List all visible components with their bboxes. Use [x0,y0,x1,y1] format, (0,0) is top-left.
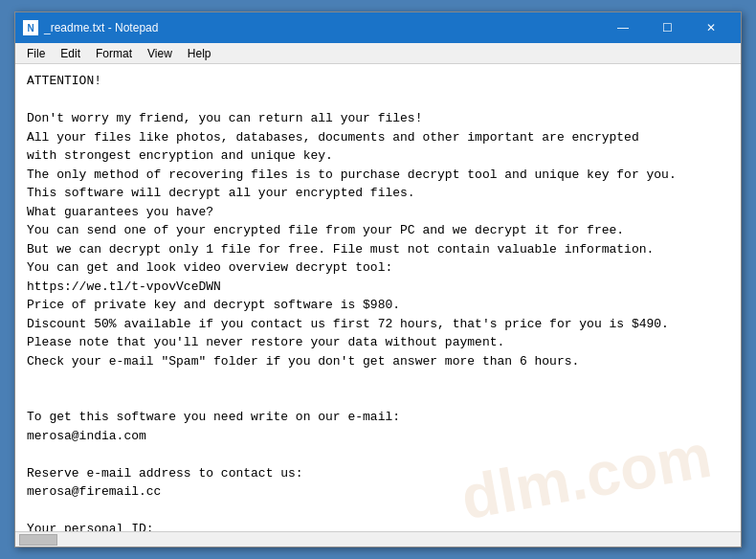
h-scrollbar-thumb[interactable] [19,534,57,546]
notepad-window: N _readme.txt - Notepad — ☐ ✕ File Edit … [14,11,742,548]
minimize-button[interactable]: — [601,12,645,43]
close-button[interactable]: ✕ [689,12,733,43]
menu-format[interactable]: Format [88,45,140,62]
horizontal-scrollbar[interactable] [15,531,741,547]
menu-help[interactable]: Help [180,45,219,62]
app-icon: N [23,20,38,35]
title-bar: N _readme.txt - Notepad — ☐ ✕ [15,12,741,43]
menu-file[interactable]: File [19,45,53,62]
window-title: _readme.txt - Notepad [44,21,601,34]
menu-bar: File Edit Format View Help [15,43,741,64]
menu-view[interactable]: View [140,45,180,62]
maximize-button[interactable]: ☐ [645,12,689,43]
title-bar-controls: — ☐ ✕ [601,12,733,43]
text-editor-area[interactable]: ATTENTION! Don't worry my friend, you ca… [15,64,741,531]
h-scrollbar-track[interactable] [15,532,741,547]
notepad-content: ATTENTION! Don't worry my friend, you ca… [27,72,729,531]
menu-edit[interactable]: Edit [53,45,88,62]
